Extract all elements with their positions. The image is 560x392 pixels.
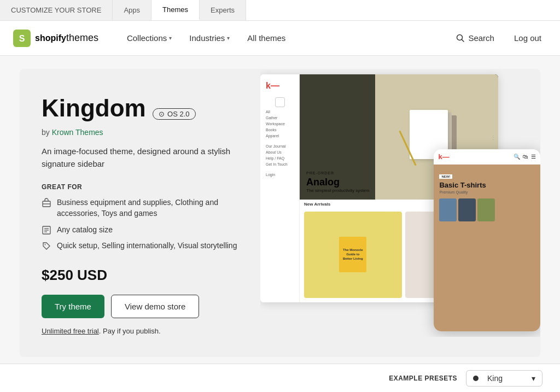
svg-line-3 <box>462 39 464 42</box>
chevron-down-icon: ▾ <box>532 374 535 383</box>
preview-sidebar: k— All Gather Workspace Books Apparel Ou… <box>260 74 300 302</box>
bottom-bar: EXAMPLE PRESETS King ▾ <box>0 364 560 392</box>
presets-label: EXAMPLE PRESETS <box>389 375 457 382</box>
theme-description: An image-focused theme, designed around … <box>42 145 238 170</box>
os-icon: ⊙ <box>159 110 165 118</box>
more-options-icon: ⋮ <box>491 134 496 140</box>
top-navigation: CUSTOMIZE YOUR STORE Apps Themes Experts <box>0 0 560 21</box>
preview-nav-help: Help / FAQ <box>264 155 296 161</box>
os-badge: ⊙ OS 2.0 <box>153 108 195 120</box>
tag-icon <box>42 241 51 251</box>
preview-nav-all: All <box>264 109 296 115</box>
nav-industries[interactable]: Industries ▾ <box>182 29 237 47</box>
search-icon <box>456 34 465 43</box>
theme-title: Kingdom <box>42 95 146 121</box>
preview-nav-contact: Get In Touch <box>264 161 296 167</box>
theme-price: $250 USD <box>42 267 238 284</box>
mobile-logo: k— <box>438 153 449 161</box>
preset-selector[interactable]: King ▾ <box>466 370 542 387</box>
svg-text:S: S <box>19 34 25 43</box>
preview-hero-text: PRE-ORDER Analog The simplest productivi… <box>306 171 370 193</box>
preview-nav-apparel: Apparel <box>264 133 296 139</box>
search-button[interactable]: Search <box>451 30 500 46</box>
main-header: S shopifythemes Collections ▾ Industries… <box>0 21 560 56</box>
mobile-icons: 🔍 🛍 ☰ <box>514 154 536 160</box>
page-content: Kingdom ⊙ OS 2.0 by Krown Themes An imag… <box>7 56 553 370</box>
cart-icon: 🛍 <box>523 154 528 160</box>
feature-item: Quick setup, Selling internationally, Vi… <box>42 241 238 251</box>
preview-nav-about: About Us <box>264 149 296 155</box>
catalog-icon <box>42 225 51 235</box>
mobile-body: NEW! Basic T-shirts Premium Quality <box>434 165 540 331</box>
feature-item: Business equipment and supplies, Clothin… <box>42 197 238 219</box>
preview-outer: k— All Gather Workspace Books Apparel Ou… <box>260 69 540 337</box>
shirt-1 <box>439 198 457 221</box>
logout-button[interactable]: Log out <box>509 30 547 46</box>
preset-name: King <box>487 374 527 383</box>
try-theme-button[interactable]: Try theme <box>42 295 104 318</box>
mobile-product-title: Basic T-shirts <box>439 181 535 190</box>
theme-card: Kingdom ⊙ OS 2.0 by Krown Themes An imag… <box>20 69 540 357</box>
trial-info: Unlimited free trial. Pay if you publish… <box>42 327 238 335</box>
cart-icon <box>275 97 285 107</box>
theme-preview-panel: k— All Gather Workspace Books Apparel Ou… <box>260 69 540 357</box>
theme-author: by Krown Themes <box>42 128 238 137</box>
unlimited-trial-link[interactable]: Unlimited free trial <box>42 327 99 335</box>
author-link[interactable]: Krown Themes <box>52 128 103 137</box>
chevron-down-icon: ▾ <box>227 35 230 41</box>
svg-point-10 <box>45 244 46 245</box>
feature-item: Any catalog size <box>42 225 238 236</box>
shirt-3 <box>477 198 495 221</box>
new-badge: NEW! <box>439 174 452 179</box>
top-nav-apps[interactable]: Apps <box>113 0 151 20</box>
top-nav-customize-store[interactable]: CUSTOMIZE YOUR STORE <box>0 0 113 20</box>
shirt-2 <box>458 198 476 221</box>
shirt-items <box>439 198 535 221</box>
preview-product-name: Analog <box>306 177 370 188</box>
shopify-logo-icon: S <box>13 30 31 47</box>
theme-info-panel: Kingdom ⊙ OS 2.0 by Krown Themes An imag… <box>20 69 260 357</box>
main-navigation: Collections ▾ Industries ▾ All themes <box>119 29 293 47</box>
nav-collections[interactable]: Collections ▾ <box>119 29 179 47</box>
cta-buttons: Try theme View demo store <box>42 295 238 318</box>
mobile-product-sub: Premium Quality <box>439 190 535 194</box>
product-card-1: The Monocle Guide to Better Living <box>304 212 402 297</box>
top-nav-experts[interactable]: Experts <box>200 0 246 20</box>
preview-nav-journal: Our Journal <box>264 143 296 149</box>
logo[interactable]: S shopifythemes <box>13 30 98 47</box>
preorder-label: PRE-ORDER <box>306 171 370 175</box>
top-nav-themes[interactable]: Themes <box>151 0 200 20</box>
preview-nav-books: Books <box>264 127 296 133</box>
preset-dot <box>473 376 479 381</box>
preview-logo: k— <box>264 80 296 92</box>
header-actions: Search Log out <box>451 30 547 46</box>
new-arrivals-label: New Arrivals <box>304 202 330 207</box>
view-demo-button[interactable]: View demo store <box>111 295 199 318</box>
mobile-header: k— 🔍 🛍 ☰ <box>434 149 540 165</box>
logo-brand-text: shopifythemes <box>35 32 98 44</box>
menu-icon: ☰ <box>531 154 536 160</box>
great-for-label: GREAT FOR <box>42 183 238 191</box>
preview-product-sub: The simplest productivity system <box>306 188 370 193</box>
preview-nav-workspace: Workspace <box>264 121 296 127</box>
business-icon <box>42 198 51 208</box>
nav-all-themes[interactable]: All themes <box>240 29 293 47</box>
search-icon: 🔍 <box>514 154 520 160</box>
chevron-down-icon: ▾ <box>169 35 172 41</box>
book-title: The Monocle Guide to Better Living <box>341 248 364 261</box>
preview-nav-gather: Gather <box>264 115 296 121</box>
preview-nav-login: Login <box>264 172 296 178</box>
mobile-preview: k— 🔍 🛍 ☰ NEW! Basic T-shirts Premium Qua… <box>434 149 540 331</box>
feature-list: Business equipment and supplies, Clothin… <box>42 197 238 251</box>
